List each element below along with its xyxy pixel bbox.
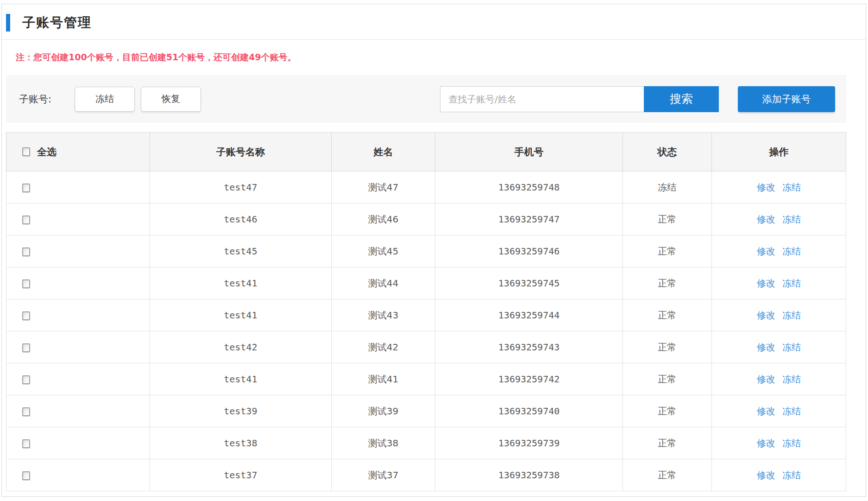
row-account: test41 bbox=[150, 363, 332, 395]
accounts-table: 全选 子账号名称 姓名 手机号 状态 操作 test47 测试47 136932… bbox=[6, 132, 846, 491]
row-phone: 13693259743 bbox=[435, 331, 623, 363]
row-freeze-link[interactable]: 冻结 bbox=[782, 214, 801, 225]
row-checkbox[interactable] bbox=[22, 216, 30, 224]
row-account: test47 bbox=[150, 171, 332, 203]
row-freeze-link[interactable]: 冻结 bbox=[782, 469, 801, 481]
table-row: test41 测试44 13693259745 正常 修改 冻结 bbox=[6, 267, 846, 299]
row-status: 正常 bbox=[623, 203, 711, 235]
modify-link[interactable]: 修改 bbox=[757, 214, 775, 225]
table-row: test38 测试38 13693259739 正常 修改 冻结 bbox=[6, 427, 846, 459]
row-freeze-link[interactable]: 冻结 bbox=[782, 246, 801, 257]
row-name: 测试41 bbox=[331, 363, 435, 395]
row-name: 测试42 bbox=[331, 331, 435, 363]
row-checkbox[interactable] bbox=[22, 343, 30, 352]
select-all-checkbox[interactable] bbox=[22, 147, 30, 156]
header-account: 子账号名称 bbox=[150, 133, 332, 171]
add-subaccount-button[interactable]: 添加子账号 bbox=[738, 86, 835, 112]
row-select-cell bbox=[6, 331, 150, 363]
search-button[interactable]: 搜索 bbox=[644, 86, 719, 112]
row-actions-cell: 修改 冻结 bbox=[711, 171, 846, 203]
modify-link[interactable]: 修改 bbox=[757, 438, 775, 449]
row-actions-cell: 修改 冻结 bbox=[711, 267, 846, 299]
header-phone: 手机号 bbox=[435, 133, 623, 171]
row-checkbox[interactable] bbox=[22, 279, 30, 288]
row-phone: 13693259738 bbox=[435, 459, 623, 491]
row-freeze-link[interactable]: 冻结 bbox=[782, 374, 801, 385]
restore-button[interactable]: 恢复 bbox=[141, 87, 201, 112]
row-select-cell bbox=[6, 427, 150, 459]
row-status: 冻结 bbox=[623, 171, 711, 203]
table-row: test39 测试39 13693259740 正常 修改 冻结 bbox=[6, 395, 846, 427]
row-status: 正常 bbox=[623, 235, 711, 267]
page-container: 子账号管理 注：您可创建100个账号，目前已创建51个账号，还可创建49个账号。… bbox=[1, 4, 866, 497]
row-select-cell bbox=[6, 267, 150, 299]
search-input[interactable] bbox=[440, 86, 644, 112]
search-group: 搜索 添加子账号 bbox=[440, 86, 835, 112]
row-phone: 13693259744 bbox=[435, 299, 623, 331]
row-phone: 13693259745 bbox=[435, 267, 623, 299]
header-actions: 操作 bbox=[711, 133, 846, 171]
row-checkbox[interactable] bbox=[22, 184, 30, 192]
modify-link[interactable]: 修改 bbox=[757, 374, 775, 385]
accounts-table-wrap: 全选 子账号名称 姓名 手机号 状态 操作 test47 测试47 136932… bbox=[6, 132, 846, 491]
row-freeze-link[interactable]: 冻结 bbox=[782, 342, 801, 353]
row-status: 正常 bbox=[623, 395, 711, 427]
row-actions-cell: 修改 冻结 bbox=[711, 235, 846, 267]
freeze-button[interactable]: 冻结 bbox=[75, 87, 135, 112]
row-phone: 13693259740 bbox=[435, 395, 623, 427]
row-select-cell bbox=[6, 363, 150, 395]
modify-link[interactable]: 修改 bbox=[757, 469, 775, 481]
title-accent-bar bbox=[6, 14, 10, 32]
row-freeze-link[interactable]: 冻结 bbox=[782, 406, 801, 417]
modify-link[interactable]: 修改 bbox=[757, 278, 775, 289]
row-checkbox[interactable] bbox=[22, 247, 30, 256]
row-select-cell bbox=[6, 171, 150, 203]
modify-link[interactable]: 修改 bbox=[757, 182, 775, 193]
table-row: test46 测试46 13693259747 正常 修改 冻结 bbox=[6, 203, 846, 235]
row-account: test42 bbox=[150, 331, 332, 363]
row-status: 正常 bbox=[623, 427, 711, 459]
row-checkbox[interactable] bbox=[22, 439, 30, 448]
select-all-label: 全选 bbox=[37, 146, 57, 159]
row-checkbox[interactable] bbox=[22, 375, 30, 384]
row-name: 测试37 bbox=[331, 459, 435, 491]
row-account: test37 bbox=[150, 459, 332, 491]
row-checkbox[interactable] bbox=[22, 407, 30, 416]
row-status: 正常 bbox=[623, 267, 711, 299]
table-row: test45 测试45 13693259746 正常 修改 冻结 bbox=[6, 235, 846, 267]
row-freeze-link[interactable]: 冻结 bbox=[782, 438, 801, 449]
quota-note: 注：您可创建100个账号，目前已创建51个账号，还可创建49个账号。 bbox=[16, 51, 866, 63]
modify-link[interactable]: 修改 bbox=[757, 342, 775, 353]
header-name: 姓名 bbox=[331, 133, 435, 171]
row-phone: 13693259742 bbox=[435, 363, 623, 395]
row-status: 正常 bbox=[623, 331, 711, 363]
row-checkbox[interactable] bbox=[22, 471, 30, 480]
row-freeze-link[interactable]: 冻结 bbox=[782, 182, 801, 193]
row-name: 测试45 bbox=[331, 235, 435, 267]
row-account: test41 bbox=[150, 299, 332, 331]
modify-link[interactable]: 修改 bbox=[757, 310, 775, 321]
toolbar: 子账号: 冻结 恢复 搜索 添加子账号 bbox=[6, 75, 846, 123]
row-name: 测试46 bbox=[331, 203, 435, 235]
row-phone: 13693259739 bbox=[435, 427, 623, 459]
row-phone: 13693259748 bbox=[435, 171, 623, 203]
row-freeze-link[interactable]: 冻结 bbox=[782, 310, 801, 321]
row-actions-cell: 修改 冻结 bbox=[711, 331, 846, 363]
table-row: test37 测试37 13693259738 正常 修改 冻结 bbox=[6, 459, 846, 491]
page-title: 子账号管理 bbox=[22, 14, 92, 32]
modify-link[interactable]: 修改 bbox=[757, 246, 775, 257]
row-select-cell bbox=[6, 203, 150, 235]
row-status: 正常 bbox=[623, 459, 711, 491]
row-name: 测试47 bbox=[331, 171, 435, 203]
row-name: 测试44 bbox=[331, 267, 435, 299]
header-select-all: 全选 bbox=[6, 133, 150, 171]
row-actions-cell: 修改 冻结 bbox=[711, 395, 846, 427]
row-name: 测试39 bbox=[331, 395, 435, 427]
modify-link[interactable]: 修改 bbox=[757, 406, 775, 417]
row-account: test45 bbox=[150, 235, 332, 267]
row-actions-cell: 修改 冻结 bbox=[711, 459, 846, 491]
row-phone: 13693259746 bbox=[435, 235, 623, 267]
table-row: test41 测试41 13693259742 正常 修改 冻结 bbox=[6, 363, 846, 395]
row-checkbox[interactable] bbox=[22, 311, 30, 320]
row-freeze-link[interactable]: 冻结 bbox=[782, 278, 801, 289]
